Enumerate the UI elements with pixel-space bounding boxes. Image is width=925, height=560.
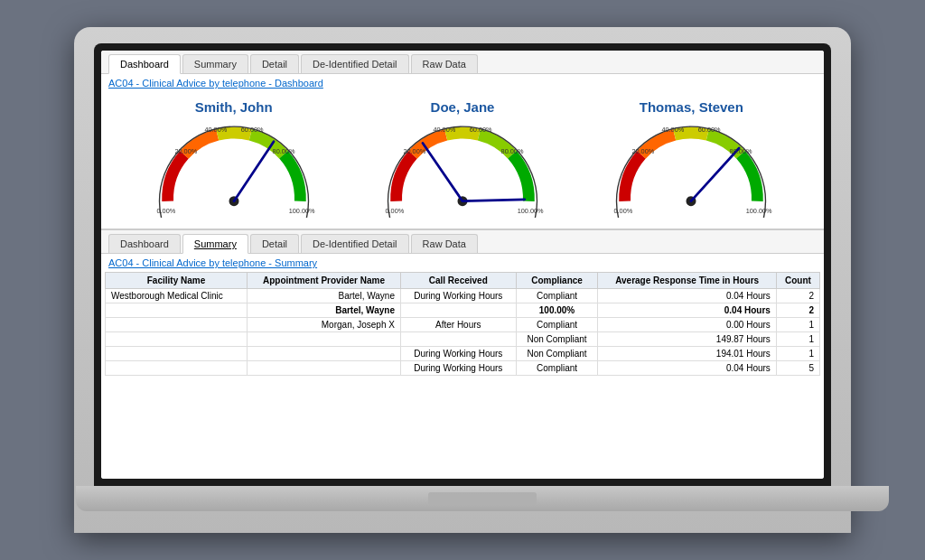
svg-text:80.00%: 80.00% [272,147,294,155]
svg-line-2 [234,142,274,201]
gauge-name-doe: Doe, Jane [431,99,495,115]
svg-text:0.00%: 0.00% [385,207,404,215]
table-row: Westborough Medical ClinicBartel, WayneD… [106,289,820,303]
gauges-row: Smith, John [101,92,824,229]
tab-detail-1[interactable]: Detail [250,54,299,73]
tab-rawdata-2[interactable]: Raw Data [411,234,478,253]
tab-deidentified-2[interactable]: De-Identified Detail [301,234,409,253]
svg-text:20.00%: 20.00% [403,147,425,155]
gauge-name-thomas: Thomas, Steven [640,99,743,115]
tab-dashboard-2[interactable]: Dashboard [108,234,181,253]
summary-table-wrapper: Facility Name Appointment Provider Name … [101,272,824,379]
summary-breadcrumb[interactable]: AC04 - Clinical Advice by telephone - Su… [101,254,824,272]
gauge-doe: Doe, Jane [377,99,548,218]
tab-deidentified-1[interactable]: De-Identified Detail [301,54,409,73]
svg-text:40.00%: 40.00% [662,126,685,134]
tab-rawdata-1[interactable]: Raw Data [411,54,478,73]
svg-text:100.00%: 100.00% [288,207,314,215]
laptop-base [76,486,889,511]
gauge-svg-smith: 0.00% 20.00% 40.00% 60.00% 80.00% 100.00… [148,118,320,218]
dashboard-panel: Dashboard Summary Detail De-Identified D… [101,51,824,230]
col-facility: Facility Name [106,273,248,289]
gauge-smith: Smith, John [148,99,320,218]
gauge-svg-doe: 0.00% 20.00% 40.00% 60.00% 80.00% 100.00… [377,118,548,218]
table-header-row: Facility Name Appointment Provider Name … [106,273,820,289]
svg-text:20.00%: 20.00% [632,147,655,155]
tab-dashboard-1[interactable]: Dashboard [108,54,181,74]
tab-summary-2[interactable]: Summary [182,234,248,254]
summary-table: Facility Name Appointment Provider Name … [105,272,820,376]
table-row: Bartel, Wayne100.00%0.04 Hours2 [106,303,820,318]
screen: Dashboard Summary Detail De-Identified D… [101,51,824,479]
svg-text:0.00%: 0.00% [156,207,175,215]
summary-tab-bar: Dashboard Summary Detail De-Identified D… [101,230,824,254]
table-row: Morgan, Joseph XAfter HoursCompliant0.00… [106,318,820,332]
svg-text:80.00%: 80.00% [501,147,524,155]
laptop-body: Dashboard Summary Detail De-Identified D… [74,27,851,533]
svg-text:100.00%: 100.00% [518,207,544,215]
gauge-name-smith: Smith, John [195,99,273,115]
trackpad [428,492,537,505]
gauge-thomas: Thomas, Steven 0 [605,99,777,218]
col-compliance: Compliance [516,273,598,289]
dashboard-tab-bar: Dashboard Summary Detail De-Identified D… [101,51,824,74]
laptop-container: Dashboard Summary Detail De-Identified D… [74,27,851,533]
svg-text:80.00%: 80.00% [730,147,752,155]
svg-line-12 [462,200,525,201]
svg-text:20.00%: 20.00% [174,147,197,155]
dashboard-breadcrumb[interactable]: AC04 - Clinical Advice by telephone - Da… [101,74,824,92]
svg-text:60.00%: 60.00% [698,126,721,134]
svg-text:40.00%: 40.00% [433,126,455,134]
svg-text:100.00%: 100.00% [746,207,772,215]
svg-text:0.00%: 0.00% [614,207,633,215]
col-count: Count [776,273,819,289]
table-row: During Working HoursCompliant0.04 Hours5 [106,361,820,376]
col-avgtime: Average Response Time in Hours [598,273,776,289]
screen-bezel: Dashboard Summary Detail De-Identified D… [94,43,831,486]
col-call: Call Received [400,273,516,289]
table-row: Non Compliant149.87 Hours1 [106,332,820,347]
svg-line-11 [423,144,462,201]
tab-summary-1[interactable]: Summary [182,54,248,73]
col-provider: Appointment Provider Name [248,273,401,289]
svg-text:40.00%: 40.00% [204,126,227,134]
svg-text:60.00%: 60.00% [240,126,263,134]
gauge-svg-thomas: 0.00% 20.00% 40.00% 60.00% 80.00% 100.00… [605,118,777,218]
svg-text:60.00%: 60.00% [470,126,492,134]
table-row: During Working HoursNon Compliant194.01 … [106,347,820,361]
svg-line-21 [691,148,739,201]
tab-detail-2[interactable]: Detail [250,234,299,253]
summary-panel: Dashboard Summary Detail De-Identified D… [101,230,824,479]
